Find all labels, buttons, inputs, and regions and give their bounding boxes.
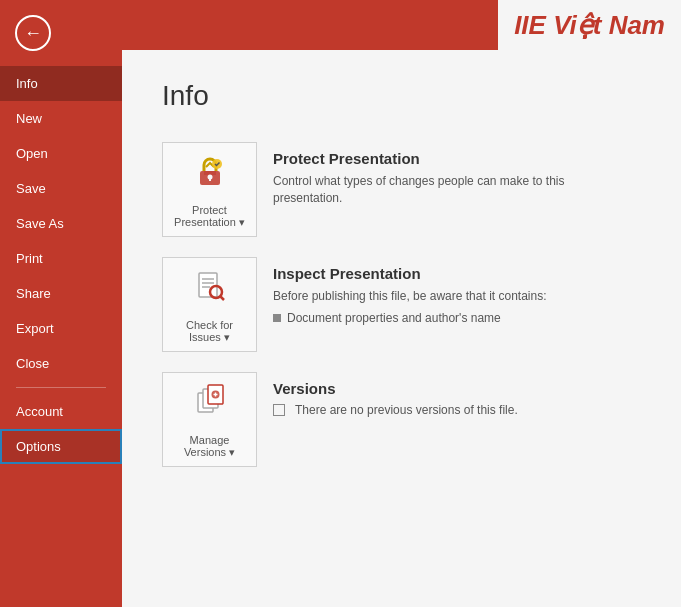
- list-item-text: Document properties and author's name: [287, 311, 501, 325]
- sidebar-item-label: Options: [16, 439, 61, 454]
- sidebar-item-open[interactable]: Open: [0, 136, 122, 171]
- sidebar-item-label: Export: [16, 321, 54, 336]
- check-issues-button[interactable]: Check forIssues ▾: [162, 257, 257, 352]
- sidebar-item-save[interactable]: Save: [0, 171, 122, 206]
- protect-presentation-title: Protect Presentation: [273, 150, 625, 167]
- brand-area: IIE Việt Nam: [498, 0, 681, 50]
- sidebar-item-label: Save As: [16, 216, 64, 231]
- list-item: Document properties and author's name: [273, 311, 547, 325]
- check-issues-label: Check forIssues ▾: [186, 319, 233, 344]
- lock-icon: [190, 151, 230, 200]
- sidebar-item-label: Open: [16, 146, 48, 161]
- list-item: There are no previous versions of this f…: [273, 403, 518, 417]
- top-area: IIE Việt Nam: [122, 0, 681, 50]
- manage-versions-button[interactable]: ManageVersions ▾: [162, 372, 257, 467]
- svg-line-10: [220, 296, 224, 300]
- brand-name: IIE Việt Nam: [514, 10, 665, 41]
- versions-title: Versions: [273, 380, 518, 397]
- bullet-icon: [273, 314, 281, 322]
- versions-text: Versions There are no previous versions …: [257, 372, 534, 425]
- sidebar-item-label: Close: [16, 356, 49, 371]
- inspect-icon: [190, 266, 230, 315]
- sidebar-item-label: Account: [16, 404, 63, 419]
- inspect-presentation-list: Document properties and author's name: [273, 311, 547, 325]
- manage-versions-label: ManageVersions ▾: [184, 434, 235, 459]
- sidebar-item-label: Save: [16, 181, 46, 196]
- svg-rect-3: [209, 178, 211, 181]
- protect-presentation-button[interactable]: ProtectPresentation ▾: [162, 142, 257, 237]
- protect-presentation-card: ProtectPresentation ▾ Protect Presentati…: [162, 142, 641, 237]
- sidebar-item-label: New: [16, 111, 42, 126]
- inspect-presentation-text: Inspect Presentation Before publishing t…: [257, 257, 563, 333]
- sidebar-item-save-as[interactable]: Save As: [0, 206, 122, 241]
- sidebar-item-print[interactable]: Print: [0, 241, 122, 276]
- content-body: Info ProtectPresentation ▾: [122, 50, 681, 607]
- versions-icon: [190, 381, 230, 430]
- sidebar-item-share[interactable]: Share: [0, 276, 122, 311]
- sidebar-item-info[interactable]: Info: [0, 66, 122, 101]
- sidebar-item-export[interactable]: Export: [0, 311, 122, 346]
- sidebar-item-options[interactable]: Options: [0, 429, 122, 464]
- page-title: Info: [162, 80, 641, 112]
- versions-item-text: There are no previous versions of this f…: [295, 403, 518, 417]
- sidebar-item-close[interactable]: Close: [0, 346, 122, 381]
- nav-divider: [16, 387, 106, 388]
- back-icon: ←: [15, 15, 51, 51]
- protect-presentation-label: ProtectPresentation ▾: [174, 204, 245, 229]
- sidebar: ← Info New Open Save Save As Print Share…: [0, 0, 122, 607]
- versions-card: ManageVersions ▾ Versions There are no p…: [162, 372, 641, 467]
- sidebar-item-new[interactable]: New: [0, 101, 122, 136]
- inspect-presentation-card: Check forIssues ▾ Inspect Presentation B…: [162, 257, 641, 352]
- sidebar-item-label: Info: [16, 76, 38, 91]
- main-content: IIE Việt Nam Info: [122, 0, 681, 607]
- inspect-presentation-title: Inspect Presentation: [273, 265, 547, 282]
- inspect-presentation-description: Before publishing this file, be aware th…: [273, 288, 547, 305]
- protect-presentation-description: Control what types of changes people can…: [273, 173, 625, 207]
- versions-list: There are no previous versions of this f…: [273, 403, 518, 417]
- sidebar-item-label: Share: [16, 286, 51, 301]
- versions-bullet-icon: [273, 404, 285, 416]
- back-button[interactable]: ←: [8, 8, 58, 58]
- svg-rect-1: [204, 171, 216, 175]
- sidebar-item-label: Print: [16, 251, 43, 266]
- sidebar-item-account[interactable]: Account: [0, 394, 122, 429]
- protect-presentation-text: Protect Presentation Control what types …: [257, 142, 641, 215]
